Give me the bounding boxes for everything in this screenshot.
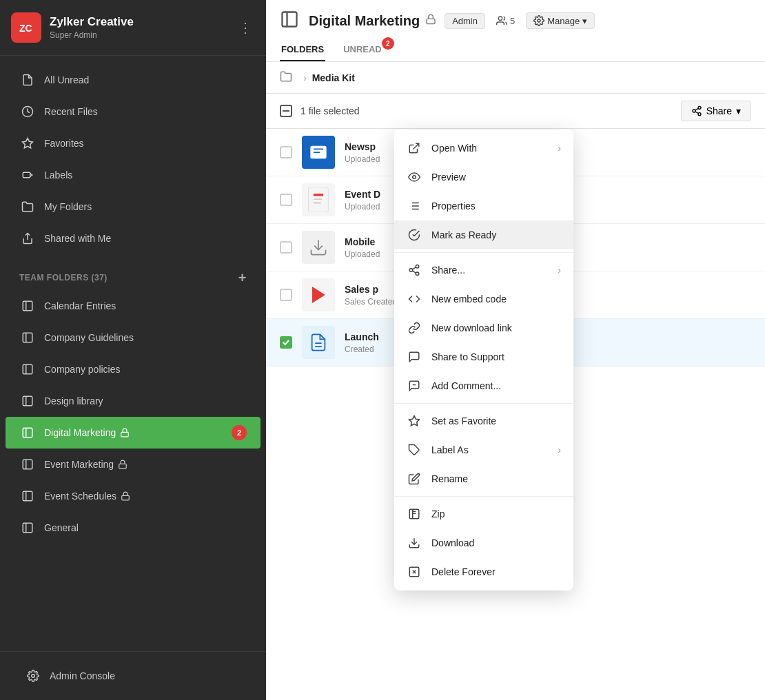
sidebar-item-all-unread[interactable]: All Unread: [6, 64, 261, 96]
unread-badge: 2: [232, 425, 247, 440]
ctx-label: Properties: [431, 200, 561, 212]
support-icon: [407, 349, 422, 364]
file-checkbox[interactable]: [280, 241, 292, 254]
tab-unread[interactable]: UNREAD 2: [342, 39, 383, 61]
lock-icon: [425, 14, 436, 28]
label-icon: [19, 167, 36, 183]
sidebar-item-favorites[interactable]: Favorites: [6, 127, 261, 159]
ctx-label-as[interactable]: Label As ›: [394, 435, 573, 464]
comment-icon: [407, 378, 422, 393]
sidebar-item-label: Admin Console: [50, 670, 115, 681]
ctx-label: Rename: [431, 473, 561, 484]
sidebar-item-my-folders[interactable]: My Folders: [6, 191, 261, 223]
svg-line-56: [412, 271, 416, 273]
admin-badge[interactable]: Admin: [445, 13, 485, 29]
file-checkbox[interactable]: [280, 336, 292, 349]
sidebar-item-label: Labels: [44, 169, 72, 181]
main-content: Digital Marketing Admin 5: [266, 0, 765, 700]
file-thumbnail: [302, 136, 335, 169]
lock-icon: [120, 428, 130, 438]
gear-icon: [25, 668, 41, 684]
chevron-right-icon: ›: [558, 444, 561, 455]
file-thumbnail: [302, 326, 335, 359]
select-all-checkbox[interactable]: [280, 105, 292, 117]
sidebar-item-event-schedules[interactable]: Event Schedules: [6, 480, 261, 512]
sidebar-item-general[interactable]: General: [6, 512, 261, 544]
ctx-label: Set as Favorite: [431, 415, 561, 426]
tag-icon: [407, 442, 422, 457]
ctx-add-comment[interactable]: Add Comment...: [394, 371, 573, 400]
sidebar-item-label: Event Marketing: [44, 459, 114, 470]
sidebar-item-label: My Folders: [44, 201, 92, 212]
star-icon: [407, 413, 422, 429]
folder-icon: [19, 198, 36, 215]
tab-folders[interactable]: FOLDERS: [280, 39, 325, 61]
sidebar-item-company-guidelines[interactable]: Company Guidelines: [6, 322, 261, 353]
svg-rect-4: [23, 172, 30, 178]
sidebar-item-label: Favorites: [44, 138, 84, 149]
file-checkbox[interactable]: [280, 194, 292, 206]
svg-rect-17: [23, 460, 32, 469]
svg-line-57: [412, 267, 416, 269]
ctx-share[interactable]: Share... ›: [394, 256, 573, 285]
folder-team-icon: [19, 488, 36, 504]
svg-rect-6: [23, 301, 32, 311]
sidebar-item-label: Design library: [44, 395, 103, 406]
sidebar-item-label: Event Schedules: [44, 491, 116, 502]
sidebar-item-calendar-entries[interactable]: Calendar Entries: [6, 290, 261, 322]
ctx-new-embed-code[interactable]: New embed code: [394, 285, 573, 313]
sidebar-item-label: General: [44, 522, 79, 533]
file-thumbnail: [302, 183, 335, 216]
sidebar-item-company-policies[interactable]: Company policies: [6, 353, 261, 385]
ctx-label: Open With: [431, 143, 548, 154]
sidebar-item-labels[interactable]: Labels: [6, 159, 261, 191]
sidebar-item-design-library[interactable]: Design library: [6, 385, 261, 417]
team-folders-header: TEAM FOLDERS (37) +: [6, 262, 261, 290]
document-icon: [19, 72, 36, 88]
breadcrumb-separator: ›: [303, 72, 307, 83]
file-selected-label: 1 file selected: [300, 105, 360, 116]
folder-team-icon: [19, 519, 36, 536]
sidebar: ZC Zylker Creative Super Admin ⋮ All Unr…: [0, 0, 266, 700]
svg-point-54: [409, 269, 413, 272]
ctx-mark-as-ready[interactable]: Mark as Ready: [394, 220, 573, 249]
svg-text:ZC: ZC: [19, 23, 32, 34]
svg-point-30: [538, 19, 540, 22]
folder-team-icon: [19, 456, 36, 473]
share-button[interactable]: Share ▾: [681, 101, 751, 121]
folder-team-icon: [19, 298, 36, 314]
sidebar-item-shared-with-me[interactable]: Shared with Me: [6, 223, 261, 254]
svg-marker-3: [23, 138, 33, 148]
svg-rect-23: [23, 523, 32, 533]
ctx-share-to-support[interactable]: Share to Support: [394, 342, 573, 371]
divider: [394, 252, 573, 253]
file-checkbox[interactable]: [280, 289, 292, 301]
users-count: 5: [510, 16, 515, 26]
manage-chevron-icon: ▾: [582, 16, 587, 26]
sidebar-item-admin-console[interactable]: Admin Console: [11, 660, 255, 692]
ctx-set-as-favorite[interactable]: Set as Favorite: [394, 406, 573, 435]
download-icon: [407, 535, 422, 550]
ctx-download[interactable]: Download: [394, 528, 573, 557]
tabs-row: FOLDERS UNREAD 2: [280, 39, 751, 61]
ctx-delete-forever[interactable]: Delete Forever: [394, 557, 573, 586]
sidebar-item-label: Recent Files: [44, 106, 98, 117]
ctx-new-download-link[interactable]: New download link: [394, 313, 573, 342]
sidebar-item-event-marketing[interactable]: Event Marketing: [6, 449, 261, 480]
ctx-zip[interactable]: Zip: [394, 500, 573, 528]
divider: [394, 403, 573, 404]
users-info: 5: [496, 15, 515, 26]
svg-point-55: [416, 272, 419, 276]
pencil-icon: [407, 471, 422, 486]
file-checkbox[interactable]: [280, 146, 292, 158]
sidebar-item-label: Calendar Entries: [44, 300, 116, 311]
add-team-folder-button[interactable]: +: [238, 271, 247, 285]
sidebar-item-digital-marketing[interactable]: Digital Marketing 2: [6, 417, 261, 449]
ctx-rename[interactable]: Rename: [394, 464, 573, 493]
ctx-preview[interactable]: Preview: [394, 163, 573, 192]
manage-button[interactable]: Manage ▾: [526, 12, 595, 29]
ctx-open-with[interactable]: Open With ›: [394, 134, 573, 163]
ctx-properties[interactable]: Properties: [394, 192, 573, 220]
more-options-icon[interactable]: ⋮: [236, 17, 255, 39]
sidebar-item-recent-files[interactable]: Recent Files: [6, 96, 261, 127]
